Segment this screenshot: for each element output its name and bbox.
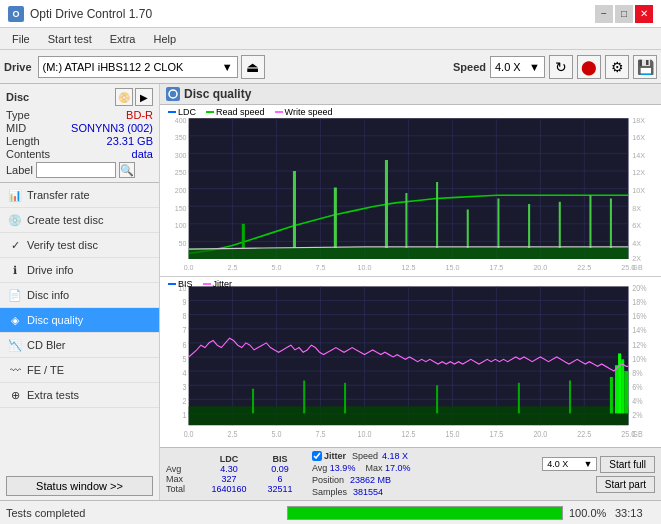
svg-rect-119 bbox=[569, 380, 571, 413]
save-button[interactable]: 💾 bbox=[633, 55, 657, 79]
jitter-avg-col: Avg 13.9% bbox=[312, 463, 355, 473]
svg-rect-113 bbox=[189, 406, 629, 425]
svg-text:16X: 16X bbox=[632, 133, 645, 142]
svg-text:6X: 6X bbox=[632, 221, 641, 230]
svg-text:2.5: 2.5 bbox=[228, 263, 238, 272]
drive-select-area: (M:) ATAPI iHBS112 2 CLOK ▼ ⏏ bbox=[38, 55, 443, 79]
disc-info-icon: 📄 bbox=[8, 288, 22, 302]
app-title: Opti Drive Control 1.70 bbox=[30, 7, 152, 21]
top-chart-svg: 400 350 300 250 200 150 100 50 18X 16X 1… bbox=[160, 105, 661, 276]
position-label: Position bbox=[312, 475, 344, 485]
svg-rect-60 bbox=[610, 199, 612, 249]
svg-text:10.0: 10.0 bbox=[358, 429, 372, 439]
nav-verify-test-disc-label: Verify test disc bbox=[27, 239, 98, 251]
speed-dropdown[interactable]: 4.0 X ▼ bbox=[490, 56, 545, 78]
nav-create-test-disc[interactable]: 💿 Create test disc bbox=[0, 208, 159, 233]
toolbar: Drive (M:) ATAPI iHBS112 2 CLOK ▼ ⏏ Spee… bbox=[0, 50, 661, 84]
position-row: Position 23862 MB bbox=[312, 475, 410, 485]
menu-help[interactable]: Help bbox=[145, 31, 184, 47]
svg-text:100: 100 bbox=[175, 221, 187, 230]
progress-text: 100.0% bbox=[569, 507, 609, 519]
svg-text:12X: 12X bbox=[632, 168, 645, 177]
disc-quality-icon: ◈ bbox=[8, 313, 22, 327]
label-input[interactable] bbox=[36, 162, 116, 178]
type-value: BD-R bbox=[126, 109, 153, 121]
nav-transfer-rate[interactable]: 📊 Transfer rate bbox=[0, 183, 159, 208]
legend-read-speed: Read speed bbox=[206, 107, 265, 117]
jitter-section: Jitter Speed 4.18 X Avg 13.9% Max 17.0% bbox=[312, 451, 410, 497]
nav-disc-quality[interactable]: ◈ Disc quality bbox=[0, 308, 159, 333]
mid-label: MID bbox=[6, 122, 26, 134]
progress-bar-container bbox=[287, 506, 564, 520]
svg-rect-51 bbox=[334, 188, 337, 249]
top-chart-legend: LDC Read speed Write speed bbox=[168, 107, 332, 117]
nav-fe-te-label: FE / TE bbox=[27, 364, 64, 376]
nav-drive-info[interactable]: ℹ Drive info bbox=[0, 258, 159, 283]
disc-quality-header: Disc quality bbox=[160, 84, 661, 105]
nav-cd-bler[interactable]: 📉 CD Bler bbox=[0, 333, 159, 358]
bottom-chart: BIS Jitter bbox=[160, 277, 661, 448]
disc-icons: 📀 ▶ bbox=[115, 88, 153, 106]
maximize-button[interactable]: □ bbox=[615, 5, 633, 23]
menu-start-test[interactable]: Start test bbox=[40, 31, 100, 47]
stat-total-bis: 32511 bbox=[256, 484, 304, 494]
nav-extra-tests[interactable]: ⊕ Extra tests bbox=[0, 383, 159, 408]
disc-icon-btn-1[interactable]: 📀 bbox=[115, 88, 133, 106]
stat-ldc-header: LDC bbox=[202, 454, 256, 464]
disc-title: Disc bbox=[6, 91, 29, 103]
svg-text:12.5: 12.5 bbox=[401, 429, 415, 439]
menu-file[interactable]: File bbox=[4, 31, 38, 47]
speed-select-dropdown[interactable]: 4.0 X ▼ bbox=[542, 457, 597, 471]
svg-text:GB: GB bbox=[632, 263, 642, 272]
jitter-checkbox[interactable] bbox=[312, 451, 322, 461]
fe-te-icon: 〰 bbox=[8, 363, 22, 377]
progress-bar-fill bbox=[288, 507, 563, 519]
samples-value: 381554 bbox=[353, 487, 383, 497]
svg-text:150: 150 bbox=[175, 203, 187, 212]
drive-dropdown[interactable]: (M:) ATAPI iHBS112 2 CLOK ▼ bbox=[38, 56, 238, 78]
settings-button[interactable]: ⚙ bbox=[605, 55, 629, 79]
nav-disc-info[interactable]: 📄 Disc info bbox=[0, 283, 159, 308]
stats-area: LDC BIS Avg 4.30 0.09 Max 327 6 Total 16… bbox=[160, 447, 661, 500]
record-button[interactable]: ⬤ bbox=[577, 55, 601, 79]
contents-value: data bbox=[132, 148, 153, 160]
svg-text:10X: 10X bbox=[632, 186, 645, 195]
right-buttons-area: 4.0 X ▼ Start full Start part bbox=[542, 456, 655, 493]
svg-rect-50 bbox=[293, 171, 296, 248]
svg-point-0 bbox=[169, 90, 177, 98]
svg-text:2.5: 2.5 bbox=[228, 429, 238, 439]
disc-icon-btn-2[interactable]: ▶ bbox=[135, 88, 153, 106]
disc-section: Disc 📀 ▶ Type BD-R MID SONYNN3 (002) Len… bbox=[0, 84, 159, 183]
svg-text:7.5: 7.5 bbox=[316, 429, 326, 439]
svg-text:3: 3 bbox=[183, 382, 187, 392]
nav-fe-te[interactable]: 〰 FE / TE bbox=[0, 358, 159, 383]
svg-rect-53 bbox=[405, 193, 407, 248]
jitter-legend-dot bbox=[203, 283, 211, 285]
disc-contents-row: Contents data bbox=[6, 148, 153, 160]
svg-text:18X: 18X bbox=[632, 115, 645, 124]
eject-button[interactable]: ⏏ bbox=[241, 55, 265, 79]
content-area: Disc quality LDC Read speed bbox=[160, 84, 661, 500]
ldc-legend-dot bbox=[168, 111, 176, 113]
close-button[interactable]: ✕ bbox=[635, 5, 653, 23]
nav-verify-test-disc[interactable]: ✓ Verify test disc bbox=[0, 233, 159, 258]
stat-avg-bis: 0.09 bbox=[256, 464, 304, 474]
contents-label: Contents bbox=[6, 148, 50, 160]
menu-extra[interactable]: Extra bbox=[102, 31, 144, 47]
start-part-button[interactable]: Start part bbox=[596, 476, 655, 493]
bottom-chart-legend: BIS Jitter bbox=[168, 279, 232, 289]
nav-disc-quality-label: Disc quality bbox=[27, 314, 83, 326]
start-full-button[interactable]: Start full bbox=[600, 456, 655, 473]
stat-bis-header: BIS bbox=[256, 454, 304, 464]
status-window-button[interactable]: Status window >> bbox=[6, 476, 153, 496]
svg-rect-116 bbox=[344, 382, 346, 413]
label-browse-btn[interactable]: 🔍 bbox=[119, 162, 135, 178]
disc-header: Disc 📀 ▶ bbox=[6, 88, 153, 106]
stats-table: LDC BIS Avg 4.30 0.09 Max 327 6 Total 16… bbox=[166, 454, 304, 494]
minimize-button[interactable]: − bbox=[595, 5, 613, 23]
refresh-button[interactable]: ↻ bbox=[549, 55, 573, 79]
svg-text:20.0: 20.0 bbox=[533, 263, 547, 272]
jitter-speed-value: 4.18 X bbox=[382, 451, 408, 461]
length-label: Length bbox=[6, 135, 40, 147]
stat-total-ldc: 1640160 bbox=[202, 484, 256, 494]
